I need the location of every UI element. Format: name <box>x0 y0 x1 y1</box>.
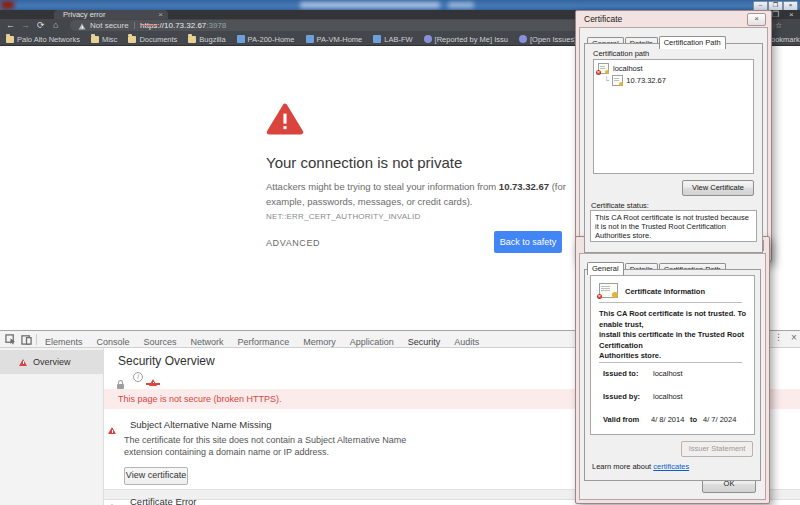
folder-icon <box>6 36 14 43</box>
other-bookmarks-label[interactable]: ookmarks <box>771 35 800 44</box>
site-blue-icon <box>237 35 245 43</box>
devtools-menu-icon[interactable]: ⋮ <box>774 332 783 342</box>
devtools-sidebar: Overview <box>0 348 104 505</box>
certification-path-tab-panel: Certification path × localhost └ 10.73.3… <box>584 43 763 253</box>
certificate-info-icon: × <box>599 283 618 298</box>
error-description: Attackers might be trying to steal your … <box>266 180 578 224</box>
folder-icon <box>128 36 136 43</box>
back-icon[interactable]: ← <box>6 19 15 32</box>
url-scheme: https <box>140 21 157 30</box>
learn-more-prefix: Learn more about <box>592 462 653 471</box>
os-titlebar: – ❐ × <box>0 0 800 10</box>
san-body-line2: extension containing a domain name or IP… <box>124 447 329 457</box>
bookmark-item[interactable]: PA-200-Home <box>237 35 295 44</box>
bookmark-label: Documents <box>139 35 177 44</box>
url-port: :3978 <box>206 21 226 30</box>
cert-error-warning-icon <box>108 497 116 505</box>
bookmark-star-icon[interactable]: ☆ <box>775 19 782 32</box>
tree-connector: └ <box>604 76 609 85</box>
bookmark-label: [Reported by Me] Issu <box>435 35 508 44</box>
home-icon[interactable]: ⌂ <box>53 19 58 32</box>
redacted-window-title-2 <box>448 2 474 8</box>
warning-triangle-icon <box>266 102 304 136</box>
tree-root-label[interactable]: localhost <box>613 64 643 73</box>
sidebar-item-overview[interactable]: Overview <box>0 350 104 374</box>
certificate-error-heading: Certificate Error <box>130 496 197 505</box>
san-warning-icon <box>108 420 116 438</box>
bookmark-label: PA-200-Home <box>248 35 295 44</box>
san-missing-body: The certificate for this site does not c… <box>124 434 454 458</box>
child-certificate-icon <box>612 75 623 86</box>
overview-warning-icon <box>19 359 27 366</box>
certificates-link[interactable]: certificates <box>653 462 689 471</box>
general-tab-panel: × Certificate Information This CA Root c… <box>584 269 761 481</box>
info-line2: install this certificate in the Trusted … <box>599 330 744 350</box>
omnibox-divider <box>134 22 135 29</box>
inspect-element-icon[interactable] <box>5 334 16 345</box>
issued-to-value: localhost <box>653 369 683 378</box>
certificate-status-label: Certificate status: <box>591 201 649 210</box>
tab2-general[interactable]: General <box>587 262 624 275</box>
bookmark-label: LAB-FW <box>384 35 412 44</box>
certificate-dialog-path: Certificate × GeneralDetailsCertificatio… <box>575 10 772 262</box>
issued-by-label: Issued by: <box>603 392 640 401</box>
browser-close-button[interactable]: × <box>789 10 794 19</box>
redacted-window-title <box>300 2 440 8</box>
certificate-dialog-general: Certificate × GeneralDetailsCertificatio… <box>575 236 770 504</box>
device-toolbar-icon[interactable] <box>21 334 32 345</box>
view-certificate-dialog-button[interactable]: View Certificate <box>682 180 754 196</box>
dialog-body: GeneralDetailsCertification Path Certifi… <box>579 27 768 258</box>
bookmark-item[interactable]: Bugzilla <box>188 35 225 44</box>
back-to-safety-button[interactable]: Back to safety <box>494 231 562 253</box>
bookmark-item[interactable]: Misc <box>91 35 117 44</box>
certificate-info-box: × Certificate Information This CA Root c… <box>590 275 755 435</box>
valid-from-label: Valid from <box>603 415 639 424</box>
valid-to-label: to <box>690 415 697 424</box>
browser-maximize-button[interactable]: ❐ <box>772 10 779 19</box>
bookmark-item[interactable]: PA-VM-Home <box>306 35 363 44</box>
learn-more-text: Learn more about certificates <box>592 462 689 471</box>
devtools-close-icon[interactable]: × <box>791 332 797 343</box>
error-text: Attackers might be trying to steal your … <box>266 181 499 192</box>
certificate-information-heading: Certificate Information <box>625 287 705 296</box>
bookmarks-bar-items: Palo Alto NetworksMiscDocumentsBugzillaP… <box>6 32 650 46</box>
tab-title: Privacy error <box>63 10 106 19</box>
untrusted-badge-icon: × <box>596 70 601 75</box>
error-code: NET::ERR_CERT_AUTHORITY_INVALID <box>266 212 420 221</box>
advanced-link[interactable]: ADVANCED <box>266 238 320 248</box>
browser-tab-privacy-error[interactable]: Privacy error × <box>54 10 168 19</box>
certification-path-group-label: Certification path <box>593 49 649 58</box>
dialog-title: Certificate <box>584 14 622 24</box>
screen: – ❐ × – ❐ × Privacy error × ← → ⟳ ⌂ ☆ No… <box>0 0 800 505</box>
tab-close-icon[interactable]: × <box>158 10 163 19</box>
not-secure-label[interactable]: Not secure <box>90 20 129 31</box>
redacted-app-icon <box>1 1 14 9</box>
forward-icon[interactable]: → <box>21 19 30 32</box>
reload-icon[interactable]: ⟳ <box>37 19 45 32</box>
issuer-statement-button[interactable]: Issuer Statement <box>681 441 753 457</box>
bookmark-item[interactable]: LAB-FW <box>373 35 412 44</box>
site-blue-icon <box>373 35 381 43</box>
tab-certification-path[interactable]: Certification Path <box>659 36 726 49</box>
dialog2-body: GeneralDetailsCertification Path × Certi… <box>579 253 766 500</box>
bookmark-item[interactable]: Documents <box>128 35 177 44</box>
valid-to-value: 4/ 7/ 2024 <box>703 415 736 424</box>
san-body-line1: The certificate for this site does not c… <box>124 435 406 445</box>
warning-filter-icon[interactable] <box>149 372 157 390</box>
warning-filter-underline <box>146 383 160 385</box>
certificate-status-box: This CA Root certificate is not trusted … <box>590 210 757 242</box>
bookmark-item[interactable]: [Reported by Me] Issu <box>424 35 508 44</box>
info-filter-icon[interactable]: i <box>133 372 143 382</box>
certificate-tree-box[interactable]: × localhost └ 10.73.32.67 <box>593 59 754 174</box>
dialog-close-icon[interactable]: × <box>747 13 766 26</box>
issued-to-label: Issued to: <box>603 369 638 378</box>
not-trusted-message: This CA Root certificate is not trusted.… <box>599 309 754 362</box>
valid-from-value: 4/ 8/ 2014 <box>651 415 684 424</box>
untrusted-badge-icon-2: × <box>597 294 602 299</box>
tree-child-label[interactable]: 10.73.32.67 <box>626 76 666 85</box>
bookmark-label: Misc <box>102 35 117 44</box>
bugzilla-icon <box>424 35 432 43</box>
view-certificate-button[interactable]: View certificate <box>124 467 188 485</box>
bugzilla-icon <box>519 35 527 43</box>
bookmark-item[interactable]: Palo Alto Networks <box>6 35 80 44</box>
